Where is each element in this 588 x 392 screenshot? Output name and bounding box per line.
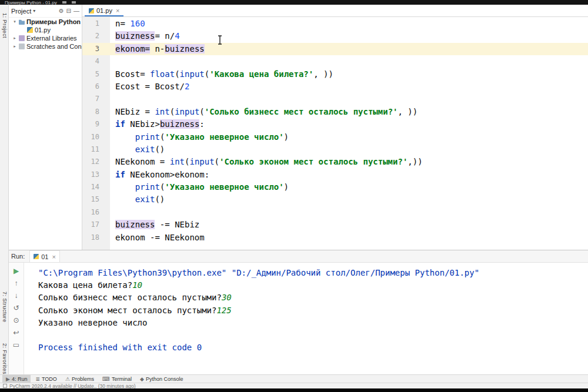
console-output[interactable]: "C:\Program Files\Python39\python.exe" "… xyxy=(24,263,588,374)
tree-item-primery-python[interactable]: ▾Примеры PythonD:\_Адм xyxy=(9,18,82,26)
code-line-17[interactable]: buizness -= NEbiz xyxy=(115,219,588,231)
console-line-1: "C:\Program Files\Python39\python.exe" "… xyxy=(38,267,588,279)
chevron-right-icon[interactable]: ▸ xyxy=(12,44,17,49)
tree-item-01-py[interactable]: 01.py xyxy=(9,26,82,34)
tool-stripe-project-label: 1: Project xyxy=(2,13,8,52)
line-number-3[interactable]: 3 xyxy=(82,43,110,55)
line-number-17[interactable]: 17 xyxy=(82,219,110,231)
line-number-8[interactable]: 8 xyxy=(82,106,110,118)
tool-button-label: 4: Run xyxy=(12,376,28,382)
line-number-11[interactable]: 11 xyxy=(82,143,110,156)
python-file-icon xyxy=(89,8,94,14)
line-number-12[interactable]: 12 xyxy=(82,156,110,168)
tool-button-todo[interactable]: ≣TODO xyxy=(32,375,60,383)
pin-icon[interactable]: ⊙ xyxy=(13,316,19,324)
tool-stripe-project-button[interactable]: 1: Project xyxy=(0,13,9,52)
code-line-1[interactable]: n= 160 xyxy=(115,18,588,30)
tool-button-problems[interactable]: ⚠Problems xyxy=(62,375,98,383)
editor-tab-01py[interactable]: 01.py × xyxy=(85,5,123,16)
up-stack-icon[interactable]: ↑ xyxy=(15,279,18,287)
code-line-14[interactable]: print('Указано неверное число') xyxy=(115,181,588,193)
titlebar-icon xyxy=(72,1,76,4)
editor-code[interactable]: n= 160buizness= n/4ekonom= n-buizness Bc… xyxy=(110,17,588,250)
run-panel-header: Run: 01 × xyxy=(9,250,588,263)
chevron-down-icon[interactable]: ▾ xyxy=(33,8,35,14)
code-line-15[interactable]: exit() xyxy=(115,193,588,206)
code-line-12[interactable]: NEekonom = int(input('Солько эконом мест… xyxy=(115,156,588,168)
hide-icon[interactable]: — xyxy=(74,8,79,14)
left-tool-stripe: 1: Project 7: Structure 2: Favorites xyxy=(0,5,9,374)
line-number-6[interactable]: 6 xyxy=(82,81,110,93)
highlighted-identifier: buizness xyxy=(115,31,155,41)
line-number-13[interactable]: 13 xyxy=(82,169,110,181)
code-line-10[interactable]: print('Указано неверное число') xyxy=(115,131,588,143)
tree-item-external-libraries[interactable]: ▸External Libraries xyxy=(9,34,82,42)
editor-gutter: 123456789101112131415161718 xyxy=(82,17,110,250)
rerun-icon[interactable]: ▶ xyxy=(14,267,19,275)
tool-button-label: Terminal xyxy=(112,376,132,382)
tool-button-python-console[interactable]: ◆Python Console xyxy=(136,375,186,383)
restore-layout-icon[interactable]: ↺ xyxy=(13,304,19,312)
notification-icon[interactable] xyxy=(3,384,7,388)
gear-icon[interactable]: ⚙ xyxy=(59,8,64,14)
line-number-1[interactable]: 1 xyxy=(82,18,110,30)
tool-button-label: Python Console xyxy=(146,376,183,382)
soft-wrap-icon[interactable]: ↩ xyxy=(13,329,19,337)
console-line-5: Указано неверное число xyxy=(38,317,588,329)
tool-button-label: Problems xyxy=(72,376,94,382)
status-message[interactable]: PyCharm 2020.2.4 available // Update.. (… xyxy=(9,383,136,389)
project-tree: ▾Примеры PythonD:\_Адм 01.py▸External Li… xyxy=(9,18,82,51)
line-number-5[interactable]: 5 xyxy=(82,68,110,81)
code-line-3[interactable]: ekonom= n-buizness xyxy=(110,43,588,55)
highlighted-identifier: buizness xyxy=(160,119,199,129)
down-stack-icon[interactable]: ↓ xyxy=(15,292,18,300)
collapse-all-icon[interactable]: ⊟ xyxy=(66,8,71,14)
line-number-2[interactable]: 2 xyxy=(82,30,110,42)
code-line-13[interactable]: if NEekonom>ekonom: xyxy=(115,169,588,181)
line-number-16[interactable]: 16 xyxy=(82,206,110,219)
code-line-4[interactable] xyxy=(115,55,588,68)
run-toolbar: ▶↑↓↺⊙↩▭ xyxy=(9,263,24,374)
line-number-15[interactable]: 15 xyxy=(82,193,110,206)
code-line-5[interactable]: Bcost= float(input('Какова цена билета?'… xyxy=(115,68,588,81)
close-tab-icon[interactable]: × xyxy=(116,7,119,14)
python-file-icon xyxy=(27,27,33,33)
code-line-2[interactable]: buizness= n/4 xyxy=(115,30,588,42)
code-line-7[interactable] xyxy=(115,93,588,105)
project-panel-title[interactable]: Project xyxy=(11,8,31,15)
code-line-18[interactable]: ekonom -= NEekonom xyxy=(115,232,588,244)
problems-icon: ⚠ xyxy=(65,376,70,382)
tree-item-scratches-and-consoles[interactable]: ▸Scratches and Consoles xyxy=(9,42,82,51)
run-panel-title: Run: xyxy=(11,253,25,260)
tool-window-bar: ▶4: Run≣TODO⚠Problems⌨Terminal◆Python Co… xyxy=(0,374,588,383)
todo-icon: ≣ xyxy=(35,376,40,382)
tool-button-terminal[interactable]: ⌨Terminal xyxy=(99,375,135,383)
line-number-9[interactable]: 9 xyxy=(82,118,110,130)
run-tab-01[interactable]: 01 × xyxy=(29,250,60,262)
line-number-18[interactable]: 18 xyxy=(82,232,110,244)
editor-tab-label: 01.py xyxy=(96,7,112,14)
code-line-9[interactable]: if NEbiz>buizness: xyxy=(115,118,588,130)
clear-icon[interactable]: ▭ xyxy=(13,341,19,349)
tool-button-label: TODO xyxy=(42,376,57,382)
code-line-16[interactable] xyxy=(115,206,588,219)
status-bar: PyCharm 2020.2.4 available // Update.. (… xyxy=(0,383,588,388)
chevron-right-icon[interactable]: ▸ xyxy=(12,36,17,41)
line-number-4[interactable]: 4 xyxy=(82,55,110,68)
run-icon: ▶ xyxy=(6,376,10,382)
line-number-10[interactable]: 10 xyxy=(82,131,110,143)
window-title-bar: Примеры Python - 01.py xyxy=(0,0,588,5)
line-number-14[interactable]: 14 xyxy=(82,181,110,193)
code-line-6[interactable]: Ecost = Bcost/2 xyxy=(115,81,588,93)
code-line-11[interactable]: exit() xyxy=(115,143,588,156)
scratches-icon xyxy=(19,43,25,49)
titlebar-icon xyxy=(62,1,66,4)
highlighted-identifier: ekonom= xyxy=(115,44,150,53)
chevron-down-icon[interactable]: ▾ xyxy=(12,19,17,24)
code-line-8[interactable]: NEbiz = int(input('Солько бизнесс мест о… xyxy=(115,106,588,118)
line-number-7[interactable]: 7 xyxy=(82,93,110,105)
close-run-tab-icon[interactable]: × xyxy=(52,253,56,260)
run-panel: Run: 01 × ▶↑↓↺⊙↩▭ "C:\Program Files\Pyth… xyxy=(9,250,588,374)
tool-stripe-structure-button[interactable]: 7: Structure xyxy=(0,292,9,334)
tool-button-4-run[interactable]: ▶4: Run xyxy=(2,375,31,383)
